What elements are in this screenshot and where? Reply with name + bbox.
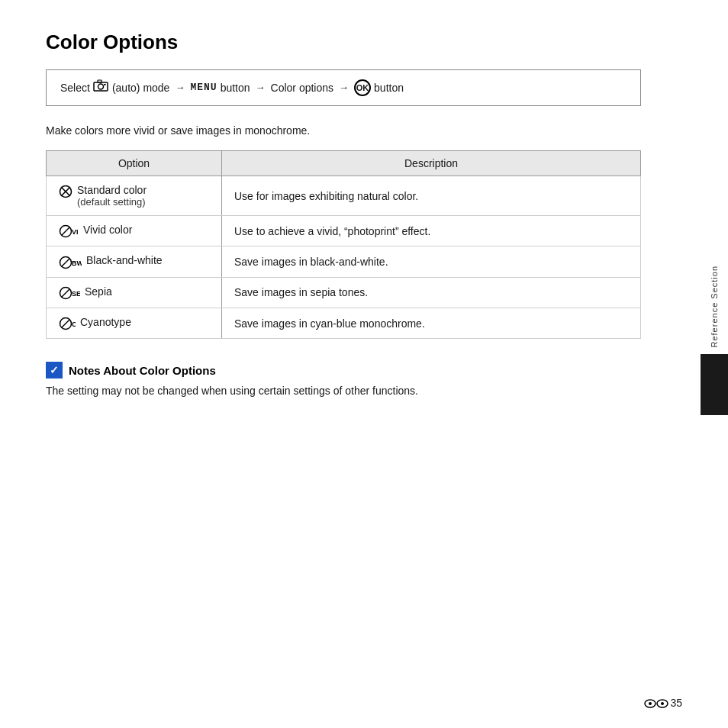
svg-line-17 [62, 320, 70, 328]
table-cell-option-3: SE Sepia [47, 277, 222, 308]
table-cell-desc-2: Save images in black-and-white. [222, 246, 641, 277]
notes-body: The setting may not be changed when usin… [46, 385, 641, 397]
svg-text:VI: VI [72, 228, 79, 236]
table-row: BW Black-and-white Save images in black-… [47, 246, 641, 277]
svg-rect-2 [98, 80, 101, 82]
nav-button-1: button [221, 80, 250, 96]
side-tab: Reference Section [701, 259, 728, 415]
notes-header: ✓ Notes About Color Options [46, 362, 641, 378]
nav-color-options: Color options [271, 80, 334, 96]
ok-icon: OK [354, 79, 371, 96]
nav-prefix: Select [60, 80, 90, 96]
svg-text:C: C [72, 321, 76, 328]
page-number-area: 35 [644, 697, 682, 710]
svg-text:SE: SE [72, 290, 80, 298]
svg-text:BW: BW [72, 259, 82, 267]
table-row: Standard color (default setting) Use for… [47, 176, 641, 216]
nav-arrow-3: → [339, 80, 349, 95]
nav-button-2: button [374, 80, 404, 96]
nav-mode: (auto) mode [112, 80, 169, 96]
notes-check-icon: ✓ [46, 362, 63, 378]
svg-line-8 [62, 227, 70, 236]
svg-line-14 [62, 288, 70, 297]
svg-rect-3 [104, 84, 106, 85]
nav-arrow-2: → [256, 80, 266, 95]
table-cell-desc-4: Save images in cyan-blue monochrome. [222, 308, 641, 338]
svg-line-11 [62, 258, 70, 266]
page-number-value: 35 [670, 697, 682, 709]
notes-section: ✓ Notes About Color Options The setting … [46, 362, 641, 397]
svg-point-22 [661, 702, 664, 705]
intro-text: Make colors more vivid or save images in… [46, 124, 641, 137]
camera-icon [93, 79, 108, 96]
page-number-icon [644, 697, 668, 710]
table-cell-desc-0: Use for images exhibiting natural color. [222, 176, 641, 216]
notes-title: Notes About Color Options [69, 364, 216, 377]
table-row: SE Sepia Save images in sepia tones. [47, 277, 641, 308]
svg-point-1 [98, 84, 103, 89]
page-title: Color Options [46, 31, 641, 54]
side-tab-black-block [701, 354, 728, 415]
table-cell-option-4: C Cyanotype [47, 308, 222, 338]
table-cell-option-1: VI Vivid color [47, 216, 222, 246]
table-row: VI Vivid color Use to achieve a vivid, “… [47, 216, 641, 246]
side-tab-text: Reference Section [707, 259, 722, 354]
table-cell-desc-3: Save images in sepia tones. [222, 277, 641, 308]
options-table: Option Description Standard color (defau… [46, 150, 641, 339]
table-row: C Cyanotype Save images in cyan-blue mon… [47, 308, 641, 338]
table-header-description: Description [222, 151, 641, 176]
navigation-box: Select (auto) mode → MENU button → Color… [46, 69, 641, 106]
table-cell-option-2: BW Black-and-white [47, 246, 222, 277]
table-cell-desc-1: Use to achieve a vivid, “photoprint” eff… [222, 216, 641, 246]
svg-point-21 [649, 702, 652, 705]
table-cell-option-0: Standard color (default setting) [47, 176, 222, 216]
table-header-option: Option [47, 151, 222, 176]
nav-arrow-1: → [175, 80, 185, 95]
nav-menu-label: MENU [190, 80, 217, 95]
